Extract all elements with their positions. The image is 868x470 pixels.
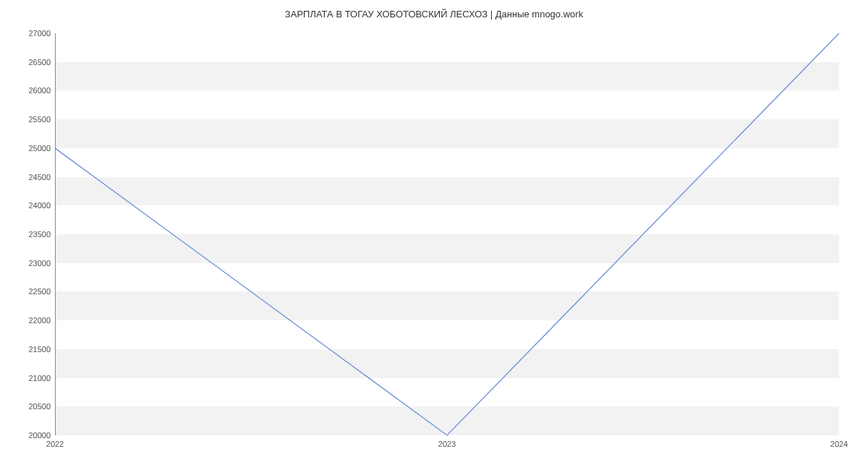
y-tick-label: 26500 <box>7 58 51 67</box>
chart-title: ЗАРПЛАТА В ТОГАУ ХОБОТОВСКИЙ ЛЕСХОЗ | Да… <box>0 0 868 20</box>
y-tick-label: 20500 <box>7 402 51 411</box>
chart-svg <box>55 33 839 435</box>
y-tick-label: 23000 <box>7 259 51 268</box>
x-tick-label: 2023 <box>438 440 456 448</box>
data-series-line <box>55 33 839 435</box>
y-tick-label: 21000 <box>7 374 51 383</box>
y-tick-label: 26000 <box>7 86 51 95</box>
y-tick-label: 25000 <box>7 144 51 153</box>
x-tick-label: 2024 <box>830 440 848 448</box>
y-tick-label: 20000 <box>7 431 51 440</box>
x-tick-label: 2022 <box>46 440 64 448</box>
y-tick-label: 24000 <box>7 201 51 210</box>
y-tick-label: 21500 <box>7 345 51 354</box>
y-tick-label: 27000 <box>7 29 51 38</box>
y-tick-label: 23500 <box>7 230 51 239</box>
y-tick-label: 22500 <box>7 287 51 296</box>
y-tick-label: 22000 <box>7 316 51 325</box>
y-tick-label: 24500 <box>7 173 51 181</box>
y-tick-label: 25500 <box>7 115 51 124</box>
